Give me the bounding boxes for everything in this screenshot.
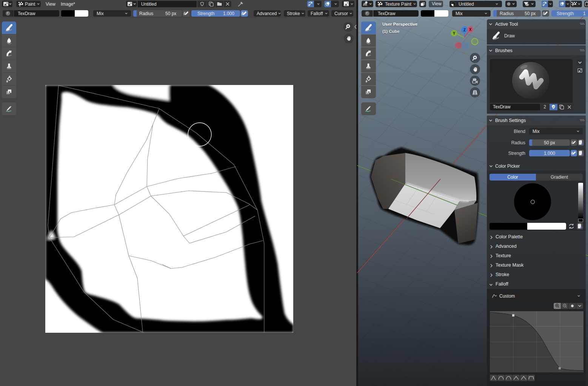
svg-text:Z: Z — [463, 28, 466, 32]
svg-text:X: X — [469, 28, 472, 32]
svg-text:Y: Y — [453, 31, 456, 36]
